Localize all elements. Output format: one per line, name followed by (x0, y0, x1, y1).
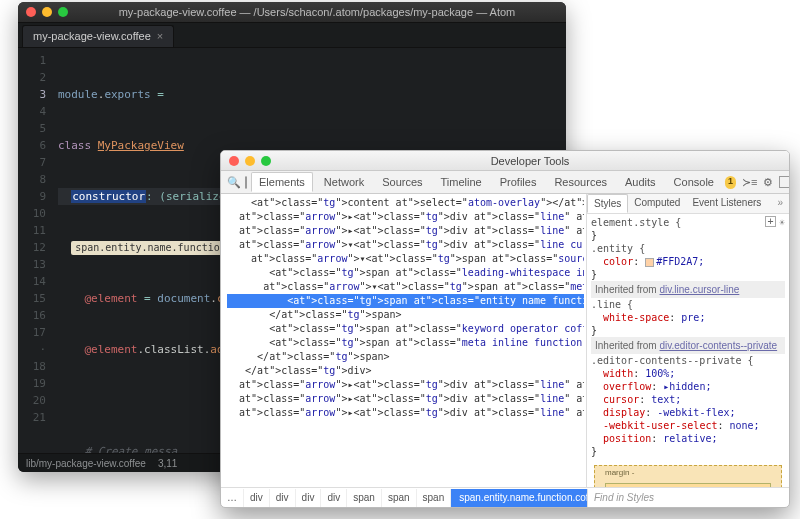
dom-tree-line[interactable]: <at">class="tg">span at">class="leading-… (227, 266, 584, 280)
breadcrumb-selected[interactable]: span.entity.name.function.coffee (451, 489, 587, 507)
color-swatch[interactable] (645, 258, 654, 267)
atom-titlebar[interactable]: my-package-view.coffee — /Users/schacon/… (18, 2, 566, 23)
new-rule-icon[interactable]: + (765, 216, 776, 227)
dom-tree-line[interactable]: at">class="arrow">▾<at">class="tg">span … (227, 252, 584, 266)
devtools-title: Developer Tools (279, 155, 781, 167)
dom-tree-line[interactable]: at">class="arrow">▸<at">class="tg">div a… (227, 378, 584, 392)
atom-tab-label: my-package-view.coffee (33, 30, 151, 42)
inherited-link-editor-contents[interactable]: div.editor-contents--private (659, 340, 777, 351)
breadcrumb-item[interactable]: div (244, 489, 270, 507)
warning-count-badge[interactable]: 1 (725, 176, 736, 189)
close-icon[interactable]: × (157, 30, 163, 42)
dom-tree-line[interactable]: at">class="arrow">▸<at">class="tg">div a… (227, 392, 584, 406)
devtools-titlebar[interactable]: Developer Tools (221, 151, 789, 171)
window-minimize-button[interactable] (245, 156, 255, 166)
window-minimize-button[interactable] (42, 7, 52, 17)
tab-console[interactable]: Console (667, 173, 721, 191)
breadcrumb-item[interactable]: span (347, 489, 382, 507)
tab-elements[interactable]: Elements (251, 172, 313, 192)
breadcrumb-item[interactable]: span (417, 489, 452, 507)
breadcrumb-item[interactable]: div (296, 489, 322, 507)
devtools-window: Developer Tools 🔍 Elements Network Sourc… (220, 150, 790, 508)
tab-network[interactable]: Network (317, 173, 371, 191)
dom-tree-line[interactable]: </at">class="tg">div> (227, 364, 584, 378)
styles-rules[interactable]: element.style { +☀ } .entity { color: #F… (587, 214, 789, 487)
dom-tree-line[interactable]: <at">class="tg">span at">class="meta inl… (227, 336, 584, 350)
window-close-button[interactable] (26, 7, 36, 17)
line-number-gutter: 1234 5678 9101112 13141516 17·1819 2021 (18, 48, 54, 453)
breadcrumb-item[interactable]: span (382, 489, 417, 507)
tab-sources[interactable]: Sources (375, 173, 429, 191)
breadcrumb-item[interactable]: div (270, 489, 296, 507)
box-model-diagram: margin - border - padding - auto × auto (591, 462, 785, 487)
dom-tree-line[interactable]: <at">class="tg">span at">class="keyword … (227, 322, 584, 336)
dom-tree-line[interactable]: at">class="arrow">▸<at">class="tg">div a… (227, 224, 584, 238)
styles-tab-computed[interactable]: Computed (628, 194, 686, 213)
dom-tree-line[interactable]: <at">class="tg">content at">select="atom… (227, 196, 584, 210)
elements-panel[interactable]: <at">class="tg">content at">select="atom… (221, 194, 587, 487)
styles-tab-listeners[interactable]: Event Listeners (686, 194, 767, 213)
tab-timeline[interactable]: Timeline (434, 173, 489, 191)
inspect-icon[interactable]: 🔍 (227, 176, 241, 189)
toggle-states-icon[interactable]: ☀ (779, 216, 785, 229)
status-file-path: lib/my-package-view.coffee (26, 458, 146, 469)
styles-tab-styles[interactable]: Styles (587, 194, 628, 213)
drawer-toggle-icon[interactable]: ≻≡ (742, 176, 757, 189)
styles-panel: Styles Computed Event Listeners » elemen… (587, 194, 789, 487)
devtools-toolbar: 🔍 Elements Network Sources Timeline Prof… (221, 171, 789, 194)
styles-more-icon[interactable]: » (771, 194, 789, 213)
breadcrumb-item[interactable]: … (221, 489, 244, 507)
status-cursor-position: 3,11 (158, 458, 177, 469)
window-close-button[interactable] (229, 156, 239, 166)
window-zoom-button[interactable] (261, 156, 271, 166)
dom-tree-line[interactable]: at">class="arrow">▾<at">class="tg">div a… (227, 238, 584, 252)
device-icon[interactable] (245, 176, 247, 189)
window-zoom-button[interactable] (58, 7, 68, 17)
dom-tree-line[interactable]: </at">class="tg">span> (227, 308, 584, 322)
dock-icon[interactable] (779, 176, 790, 188)
tab-audits[interactable]: Audits (618, 173, 663, 191)
find-in-styles-input[interactable]: Find in Styles (587, 489, 789, 507)
element-breadcrumbs: …divdivdivdivspanspanspanspan.entity.nam… (221, 489, 587, 507)
tab-resources[interactable]: Resources (547, 173, 614, 191)
settings-gear-icon[interactable]: ⚙ (763, 176, 773, 189)
atom-window-title: my-package-view.coffee — /Users/schacon/… (76, 6, 558, 18)
breadcrumb-item[interactable]: div (321, 489, 347, 507)
tab-profiles[interactable]: Profiles (493, 173, 544, 191)
dom-tree-line[interactable]: at">class="arrow">▸<at">class="tg">div a… (227, 210, 584, 224)
dom-tree-line[interactable]: at">class="arrow">▾<at">class="tg">span … (227, 280, 584, 294)
dom-tree-line[interactable]: <at">class="tg">span at">class="entity n… (227, 294, 584, 308)
devtools-footer: …divdivdivdivspanspanspanspan.entity.nam… (221, 487, 789, 507)
atom-tab-bar: my-package-view.coffee × (18, 23, 566, 48)
keyword-class: class (58, 139, 98, 152)
inherited-link-cursor-line[interactable]: div.line.cursor-line (659, 284, 739, 295)
atom-tab-file[interactable]: my-package-view.coffee × (22, 25, 174, 47)
dom-tree-line[interactable]: at">class="arrow">▸<at">class="tg">div a… (227, 406, 584, 420)
selected-token: constructor (71, 190, 146, 203)
class-name: MyPackageView (98, 139, 184, 152)
dom-tree-line[interactable]: </at">class="tg">span> (227, 350, 584, 364)
